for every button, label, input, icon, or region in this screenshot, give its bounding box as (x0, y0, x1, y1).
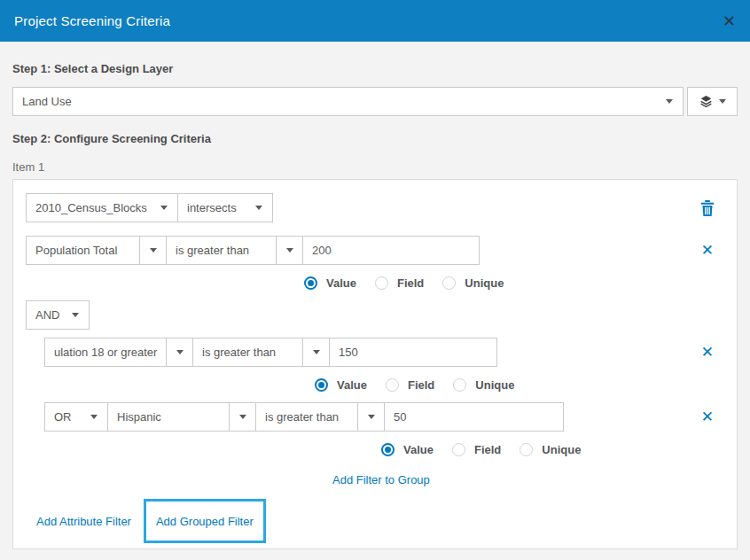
attribute-filter-row-2: ulation 18 or greater is greater than ✕ (44, 338, 724, 367)
filter3-value-input[interactable] (384, 402, 564, 432)
filter1-operator-select[interactable]: is greater than (166, 236, 303, 265)
filter3-radio-value[interactable] (381, 443, 395, 456)
chevron-down-icon (166, 338, 192, 366)
delete-item-button[interactable] (700, 200, 715, 216)
spatial-operator-value: intersects (178, 201, 246, 214)
filter3-logic-value: OR (45, 410, 81, 424)
close-icon[interactable]: ✕ (723, 13, 736, 29)
layer-options-button[interactable] (687, 87, 738, 116)
group-logic-value: AND (27, 308, 62, 322)
add-grouped-filter-highlight-box[interactable]: Add Grouped Filter (144, 499, 266, 543)
filter2-mode-radio-group: Value Field Unique (315, 378, 724, 392)
filter3-radio-unique-label: Unique (542, 443, 581, 456)
remove-filter2-icon[interactable]: ✕ (701, 345, 714, 360)
group-logic-select[interactable]: AND (26, 300, 90, 330)
spatial-filter-row: 2010_Census_Blocks intersects (26, 193, 724, 222)
filter2-radio-unique[interactable] (453, 378, 466, 392)
filter3-field-value: Hispanic (108, 410, 229, 424)
filter3-radio-unique[interactable] (520, 443, 533, 456)
dialog-body: Step 1: Select a Design Layer Land Use S… (0, 62, 750, 560)
design-layer-row: Land Use (12, 87, 738, 116)
filter3-radio-field[interactable] (452, 443, 465, 456)
dialog-title: Project Screening Criteria (14, 13, 170, 28)
filter3-radio-value-label: Value (403, 443, 434, 456)
design-layer-value: Land Use (13, 95, 656, 108)
add-attribute-filter-link[interactable]: Add Attribute Filter (36, 515, 131, 528)
filter1-radio-unique[interactable] (442, 276, 456, 290)
filter2-radio-value-label: Value (337, 378, 367, 392)
filter3-operator-value: is greater than (256, 410, 357, 424)
layers-stack-icon (699, 95, 713, 108)
remove-filter1-icon[interactable]: ✕ (701, 243, 714, 258)
chevron-down-icon (302, 338, 329, 366)
dialog-header: Project Screening Criteria ✕ (0, 0, 750, 42)
filter1-field-value: Population Total (27, 244, 139, 257)
filter1-radio-field[interactable] (375, 276, 388, 290)
filter3-operator-select[interactable]: is greater than (255, 402, 385, 432)
add-grouped-filter-link[interactable]: Add Grouped Filter (156, 515, 254, 528)
filter2-radio-unique-label: Unique (475, 378, 514, 392)
filter3-radio-field-label: Field (474, 443, 501, 456)
filter1-operator-value: is greater than (167, 244, 276, 257)
filter3-mode-radio-group: Value Field Unique (381, 443, 724, 456)
chevron-down-icon (246, 194, 272, 222)
chevron-down-icon (276, 237, 302, 264)
chevron-down-icon (81, 403, 107, 431)
chevron-down-icon (719, 99, 726, 104)
filter3-logic-select[interactable]: OR (44, 402, 108, 432)
chevron-down-icon (62, 301, 89, 329)
screening-layer-value: 2010_Census_Blocks (27, 201, 151, 214)
filter1-radio-value[interactable] (304, 276, 317, 290)
chevron-down-icon (151, 194, 177, 222)
filter3-field-select[interactable]: Hispanic (107, 402, 256, 432)
attribute-filter-row-3: OR Hispanic is greater than ✕ (44, 402, 724, 432)
chevron-down-icon (229, 403, 255, 431)
attribute-filter-row-1: Population Total is greater than ✕ (26, 236, 724, 265)
item-1-label: Item 1 (12, 160, 738, 174)
step2-label: Step 2: Configure Screening Criteria (12, 132, 738, 145)
filter1-value-input[interactable] (302, 236, 480, 265)
filter1-radio-value-label: Value (326, 276, 356, 290)
filter2-radio-field[interactable] (386, 378, 399, 392)
add-filter-to-group-link[interactable]: Add Filter to Group (332, 473, 430, 486)
filter1-field-select[interactable]: Population Total (26, 236, 167, 265)
grouped-filter-section: ulation 18 or greater is greater than ✕ … (44, 338, 724, 497)
spatial-operator-select[interactable]: intersects (177, 193, 273, 222)
filter2-operator-select[interactable]: is greater than (192, 338, 330, 367)
step1-label: Step 1: Select a Design Layer (12, 62, 738, 75)
panel-links-row: Add Attribute Filter Add Grouped Filter (26, 499, 724, 543)
filter2-field-value: ulation 18 or greater (45, 346, 166, 359)
chevron-down-icon (139, 237, 166, 264)
filter2-operator-value: is greater than (193, 346, 302, 359)
project-screening-criteria-dialog: Project Screening Criteria ✕ Step 1: Sel… (0, 0, 750, 560)
chevron-down-icon (357, 403, 384, 431)
remove-filter3-icon[interactable]: ✕ (701, 409, 714, 424)
filter1-radio-unique-label: Unique (465, 276, 504, 290)
chevron-down-icon (656, 88, 683, 115)
item-1-panel: 2010_Census_Blocks intersects (12, 179, 738, 549)
filter2-field-select[interactable]: ulation 18 or greater (44, 338, 193, 367)
filter2-radio-value[interactable] (315, 378, 328, 392)
filter2-value-input[interactable] (329, 338, 497, 367)
filter2-radio-field-label: Field (408, 378, 434, 392)
filter1-radio-field-label: Field (397, 276, 424, 290)
filter1-mode-radio-group: Value Field Unique (304, 276, 724, 290)
design-layer-select[interactable]: Land Use (12, 87, 684, 116)
screening-layer-select[interactable]: 2010_Census_Blocks (26, 193, 178, 222)
